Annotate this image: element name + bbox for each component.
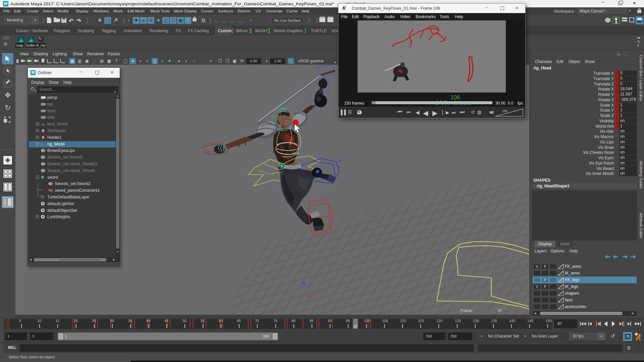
svg-text:Frame:: Frame: <box>460 308 473 313</box>
svg-text:0%: 0% <box>502 109 508 113</box>
svg-text:97: 97 <box>498 308 502 313</box>
